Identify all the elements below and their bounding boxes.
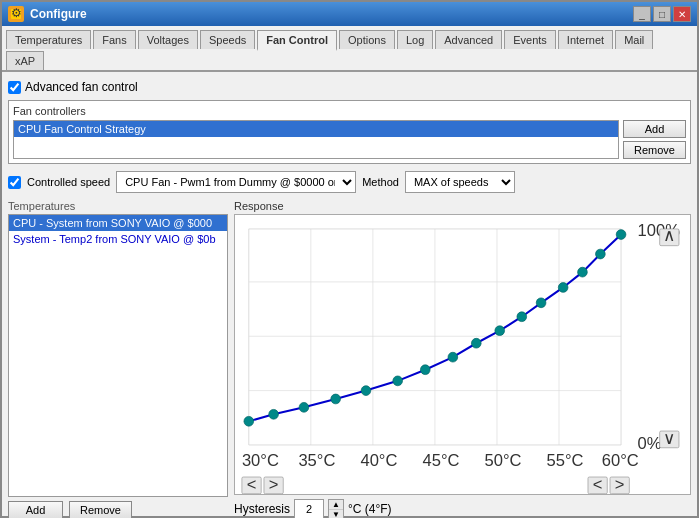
advanced-fan-control-row: Advanced fan control <box>8 78 691 96</box>
temps-add-button[interactable]: Add <box>8 501 63 518</box>
tab-speeds[interactable]: Speeds <box>200 30 255 49</box>
tab-voltages[interactable]: Voltages <box>138 30 198 49</box>
svg-text:>: > <box>615 474 625 493</box>
response-section: Response <box>234 200 691 518</box>
tab-fan-control[interactable]: Fan Control <box>257 30 337 51</box>
svg-text:45°C: 45°C <box>423 451 460 470</box>
hysteresis-row: Hysteresis ▲ ▼ °C (4°F) <box>234 499 691 518</box>
tab-events[interactable]: Events <box>504 30 556 49</box>
svg-point-28 <box>578 267 588 277</box>
svg-text:>: > <box>269 474 279 493</box>
svg-text:∧: ∧ <box>663 226 675 245</box>
tab-log[interactable]: Log <box>397 30 433 49</box>
tab-advanced[interactable]: Advanced <box>435 30 502 49</box>
controlled-speed-dropdown[interactable]: CPU Fan - Pwm1 from Dummy @ $0000 on PCI <box>116 171 356 193</box>
fan-remove-button[interactable]: Remove <box>623 141 686 159</box>
temps-remove-button[interactable]: Remove <box>69 501 132 518</box>
svg-point-20 <box>393 376 403 386</box>
svg-point-16 <box>269 409 279 419</box>
fan-controllers-buttons: Add Remove <box>623 120 686 159</box>
svg-point-21 <box>420 365 430 375</box>
svg-point-23 <box>471 338 481 348</box>
fan-list-item[interactable]: CPU Fan Control Strategy <box>14 121 618 137</box>
svg-point-26 <box>536 298 546 308</box>
minimize-button[interactable]: _ <box>633 6 651 22</box>
svg-text:30°C: 30°C <box>242 451 279 470</box>
tab-temperatures[interactable]: Temperatures <box>6 30 91 49</box>
hysteresis-spinner[interactable]: ▲ ▼ <box>328 499 344 518</box>
svg-text:∨: ∨ <box>663 428 675 447</box>
temp-item-1[interactable]: System - Temp2 from SONY VAIO @ $0b <box>9 231 227 247</box>
svg-text:40°C: 40°C <box>360 451 397 470</box>
svg-text:50°C: 50°C <box>485 451 522 470</box>
temps-list[interactable]: CPU - System from SONY VAIO @ $000 Syste… <box>8 214 228 497</box>
main-area: Temperatures CPU - System from SONY VAIO… <box>8 200 691 518</box>
svg-point-30 <box>616 230 626 240</box>
temps-buttons: Add Remove <box>8 501 228 518</box>
hysteresis-unit: °C (4°F) <box>348 502 392 516</box>
fan-controllers-section: Fan controllers CPU Fan Control Strategy… <box>8 100 691 164</box>
configure-window: ⚙ Configure _ □ ✕ Temperatures Fans Volt… <box>0 0 699 518</box>
svg-text:35°C: 35°C <box>298 451 335 470</box>
svg-point-18 <box>331 394 341 404</box>
svg-text:<: < <box>593 474 603 493</box>
tab-options[interactable]: Options <box>339 30 395 49</box>
controlled-speed-row: Controlled speed CPU Fan - Pwm1 from Dum… <box>8 171 691 193</box>
fan-controllers-body: CPU Fan Control Strategy Add Remove <box>13 120 686 159</box>
temperatures-section: Temperatures CPU - System from SONY VAIO… <box>8 200 228 518</box>
svg-text:<: < <box>247 474 257 493</box>
fan-list[interactable]: CPU Fan Control Strategy <box>13 120 619 159</box>
spinner-down[interactable]: ▼ <box>329 510 343 518</box>
controlled-speed-checkbox[interactable] <box>8 176 21 189</box>
spinner-up[interactable]: ▲ <box>329 500 343 510</box>
svg-text:55°C: 55°C <box>547 451 584 470</box>
hysteresis-label: Hysteresis <box>234 502 290 516</box>
chart-container: 100% 0% 30°C 35°C 40°C 45°C 50°C 55°C 60… <box>234 214 691 495</box>
maximize-button[interactable]: □ <box>653 6 671 22</box>
close-button[interactable]: ✕ <box>673 6 691 22</box>
app-icon: ⚙ <box>8 6 24 22</box>
advanced-fan-control-checkbox[interactable] <box>8 81 21 94</box>
svg-text:60°C: 60°C <box>602 451 639 470</box>
temperatures-label: Temperatures <box>8 200 228 212</box>
window-title: Configure <box>30 7 633 21</box>
svg-point-24 <box>495 326 505 336</box>
tab-bar: Temperatures Fans Voltages Speeds Fan Co… <box>2 26 697 72</box>
advanced-fan-control-label: Advanced fan control <box>25 80 138 94</box>
window-controls: _ □ ✕ <box>633 6 691 22</box>
svg-point-27 <box>558 283 568 293</box>
title-bar: ⚙ Configure _ □ ✕ <box>2 2 697 26</box>
tab-xap[interactable]: xAP <box>6 51 44 70</box>
fan-controllers-header: Fan controllers <box>13 105 686 117</box>
svg-point-25 <box>517 312 527 322</box>
svg-text:⚙: ⚙ <box>11 8 22 20</box>
controlled-speed-label: Controlled speed <box>27 176 110 188</box>
svg-point-19 <box>361 386 371 396</box>
method-dropdown[interactable]: MAX of speeds <box>405 171 515 193</box>
tab-internet[interactable]: Internet <box>558 30 613 49</box>
svg-point-22 <box>448 352 458 362</box>
response-label: Response <box>234 200 691 212</box>
svg-point-17 <box>299 402 309 412</box>
temp-item-0[interactable]: CPU - System from SONY VAIO @ $000 <box>9 215 227 231</box>
tab-fans[interactable]: Fans <box>93 30 135 49</box>
main-content: Advanced fan control Fan controllers CPU… <box>2 72 697 518</box>
hysteresis-input[interactable] <box>294 499 324 518</box>
fan-add-button[interactable]: Add <box>623 120 686 138</box>
svg-text:0%: 0% <box>638 434 662 453</box>
method-label: Method <box>362 176 399 188</box>
tab-mail[interactable]: Mail <box>615 30 653 49</box>
response-chart: 100% 0% 30°C 35°C 40°C 45°C 50°C 55°C 60… <box>235 215 690 494</box>
svg-point-15 <box>244 416 254 426</box>
svg-point-29 <box>596 249 606 259</box>
